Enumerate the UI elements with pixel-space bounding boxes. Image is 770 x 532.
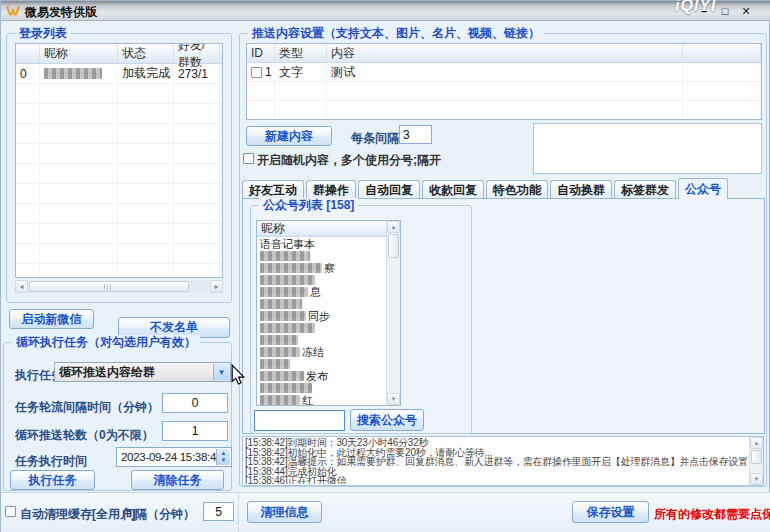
login-empty-cell bbox=[40, 164, 118, 183]
tab-自动回复[interactable]: 自动回复 bbox=[358, 180, 420, 199]
v-scrollbar[interactable]: ▴ ▾ bbox=[749, 437, 763, 485]
content-empty-cell bbox=[247, 101, 275, 119]
task-interval-input[interactable] bbox=[162, 393, 228, 413]
push-content-title: 推送内容设置（支持文本、图片、名片、视频、链接） bbox=[248, 26, 544, 41]
tab-公众号[interactable]: 公众号 bbox=[678, 178, 728, 199]
spinner-updown-icon[interactable]: ▲▼ bbox=[216, 449, 230, 465]
task-rounds-input[interactable] bbox=[162, 421, 228, 441]
blurred-account-name bbox=[260, 299, 302, 309]
scroll-thumb[interactable] bbox=[29, 281, 189, 292]
login-empty-cell bbox=[16, 144, 40, 163]
content-row-checkbox[interactable] bbox=[251, 67, 262, 78]
login-empty-cell bbox=[220, 124, 223, 143]
login-empty-cell bbox=[118, 224, 174, 243]
scroll-thumb[interactable] bbox=[751, 450, 762, 464]
blurred-account-name bbox=[260, 251, 310, 261]
blurred-account-name bbox=[260, 383, 312, 393]
login-empty-row bbox=[16, 144, 222, 164]
tab-自动换群[interactable]: 自动换群 bbox=[550, 180, 612, 199]
account-list-item[interactable]: 息 bbox=[257, 286, 386, 298]
random-content-checkbox[interactable] bbox=[243, 153, 254, 164]
account-search-button[interactable]: 搜索公众号 bbox=[350, 409, 424, 431]
clear-task-button[interactable]: 清除任务 bbox=[131, 470, 224, 490]
login-empty-cell bbox=[40, 224, 118, 243]
push-interval-input[interactable] bbox=[399, 125, 432, 144]
login-empty-cell bbox=[40, 244, 118, 263]
login-empty-cell bbox=[220, 244, 223, 263]
account-list-item[interactable]: 语音记事本 bbox=[257, 238, 386, 250]
blurred-account-name bbox=[260, 275, 315, 285]
login-empty-cell bbox=[40, 144, 118, 163]
account-name-suffix: 发布 bbox=[306, 369, 328, 384]
task-time-label: 任务执行时间 bbox=[15, 453, 87, 470]
tab-收款回复[interactable]: 收款回复 bbox=[422, 180, 484, 199]
scroll-up-icon[interactable]: ▴ bbox=[387, 221, 400, 233]
account-list-item[interactable]: 冻结 bbox=[257, 346, 386, 358]
blurred-account-name bbox=[260, 347, 300, 357]
account-list-item[interactable]: 察 bbox=[257, 262, 386, 274]
login-table-header: 昵称状态好友/群数 bbox=[16, 44, 222, 64]
login-list-panel: 登录列表 昵称状态好友/群数 0加载完成273/1 ◂ ▸ bbox=[6, 33, 232, 303]
login-empty-cell bbox=[16, 204, 40, 223]
content-table-body: 1文字测试 bbox=[247, 63, 761, 120]
login-column-header bbox=[16, 44, 40, 63]
blurred-account-name bbox=[260, 323, 315, 333]
login-column-header: 好友/群数 bbox=[174, 44, 220, 63]
login-empty-cell bbox=[174, 104, 220, 123]
account-list-item[interactable] bbox=[257, 322, 386, 334]
launch-wechat-button[interactable]: 启动新微信 bbox=[9, 309, 94, 329]
account-list-item[interactable]: 红 bbox=[257, 394, 386, 405]
login-empty-cell bbox=[174, 84, 220, 103]
close-button[interactable]: ✕ bbox=[737, 3, 755, 19]
login-empty-cell bbox=[40, 264, 118, 278]
blurred-nickname bbox=[44, 68, 102, 79]
run-task-button[interactable]: 执行任务 bbox=[10, 470, 95, 490]
account-name-suffix: 同步 bbox=[308, 309, 330, 324]
blurred-account-name bbox=[260, 287, 308, 297]
v-scrollbar[interactable]: ▴ ▾ bbox=[386, 221, 400, 405]
scroll-down-icon[interactable]: ▾ bbox=[750, 473, 763, 485]
content-preview-box[interactable] bbox=[533, 123, 762, 174]
content-table-row[interactable]: 1文字测试 bbox=[247, 63, 761, 82]
chevron-down-icon[interactable]: ▼ bbox=[213, 364, 229, 380]
tab-特色功能[interactable]: 特色功能 bbox=[486, 180, 548, 199]
scroll-left-icon[interactable]: ◂ bbox=[15, 280, 28, 293]
scroll-up-icon[interactable]: ▴ bbox=[750, 437, 763, 449]
log-box: [15:38:42]到期时间：30天23小时46分32秒[15:38:42]初始… bbox=[242, 436, 764, 486]
account-list-item[interactable]: 同步 bbox=[257, 310, 386, 322]
login-row-count: 273/1 bbox=[174, 64, 220, 83]
clean-info-button[interactable]: 清理信息 bbox=[247, 501, 322, 523]
scroll-down-icon[interactable]: ▾ bbox=[387, 393, 400, 405]
tab-标签群发[interactable]: 标签群发 bbox=[614, 180, 676, 199]
login-list-title: 登录列表 bbox=[15, 26, 71, 41]
account-name-suffix: 红 bbox=[302, 393, 313, 406]
login-empty-cell bbox=[220, 104, 223, 123]
minimize-button[interactable]: – bbox=[695, 3, 713, 19]
login-table-row[interactable]: 0加载完成273/1 bbox=[16, 64, 222, 84]
task-time-picker[interactable]: 2023-09-24 15:38:41 ▲▼ bbox=[116, 447, 232, 467]
login-empty-cell bbox=[118, 164, 174, 183]
save-settings-button[interactable]: 保存设置 bbox=[572, 501, 649, 523]
maximize-button[interactable]: □ bbox=[716, 3, 734, 19]
task-select[interactable]: 循环推送内容给群 ▼ bbox=[54, 362, 231, 382]
tab-群操作[interactable]: 群操作 bbox=[306, 180, 356, 199]
login-empty-cell bbox=[118, 124, 174, 143]
account-list-item[interactable] bbox=[257, 274, 386, 286]
account-search-input[interactable] bbox=[254, 410, 345, 431]
scroll-right-icon[interactable]: ▸ bbox=[210, 280, 223, 293]
login-empty-cell bbox=[174, 244, 220, 263]
new-content-button[interactable]: 新建内容 bbox=[246, 126, 332, 146]
footer-bar: 自动清理缓存[全用户] 间隔（分钟） 清理信息 保存设置 所有的修改都需要点保存 bbox=[1, 492, 770, 532]
login-empty-cell bbox=[174, 264, 220, 278]
scroll-thumb[interactable] bbox=[388, 234, 399, 258]
login-empty-cell bbox=[40, 124, 118, 143]
official-account-list: 昵称 语音记事本察息同步冻结发布红 ▴ ▾ bbox=[256, 220, 401, 406]
auto-clean-label: 自动清理缓存[全用户] bbox=[20, 506, 136, 523]
account-list-item[interactable]: 发布 bbox=[257, 370, 386, 382]
h-scrollbar[interactable]: ◂ ▸ bbox=[15, 280, 223, 293]
account-list-item[interactable] bbox=[257, 382, 386, 394]
auto-clean-checkbox[interactable] bbox=[5, 506, 16, 517]
clean-interval-input[interactable] bbox=[203, 502, 234, 521]
tab-好友互动[interactable]: 好友互动 bbox=[242, 180, 304, 199]
account-list-item[interactable] bbox=[257, 250, 386, 262]
